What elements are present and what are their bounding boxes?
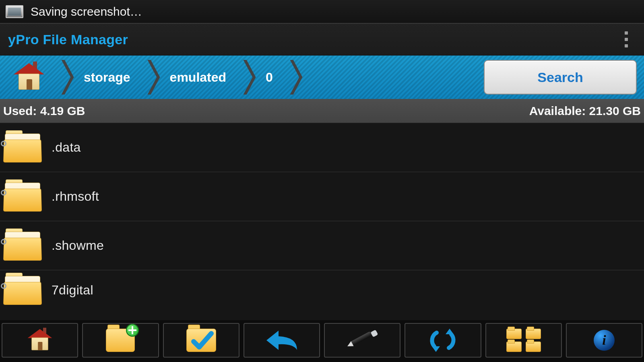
storage-used-label: Used: 4.19 GB (3, 104, 85, 118)
bottom-toolbar: i (0, 320, 644, 362)
breadcrumb-separator-icon (144, 60, 156, 95)
list-item[interactable]: 7digital (0, 270, 644, 310)
overflow-menu-icon[interactable] (617, 28, 636, 51)
breadcrumb-separator-icon (58, 60, 70, 95)
toolbar-select-button[interactable] (163, 323, 239, 358)
breadcrumb-separator-icon (287, 60, 299, 95)
breadcrumb-item-emulated[interactable]: emulated (156, 56, 240, 99)
info-icon: i (594, 330, 615, 351)
list-item[interactable]: .data (0, 123, 644, 172)
file-name: .rhmsoft (52, 189, 99, 204)
toolbar-multiselect-button[interactable] (485, 323, 562, 358)
svg-marker-1 (446, 329, 454, 334)
breadcrumb-separator-icon (240, 60, 252, 95)
storage-available-label: Available: 21.30 GB (529, 104, 641, 118)
folder-check-icon (186, 329, 216, 352)
breadcrumb-item-0[interactable]: 0 (252, 56, 287, 99)
home-icon (14, 63, 44, 91)
status-notification-text: Saving screenshot… (31, 5, 142, 19)
search-button[interactable]: Search (484, 60, 637, 95)
toolbar-home-button[interactable] (2, 323, 78, 358)
home-icon (28, 329, 52, 352)
toolbar-info-button[interactable]: i (566, 323, 642, 358)
list-item[interactable]: .showme (0, 221, 644, 270)
toolbar-refresh-button[interactable] (405, 323, 481, 358)
folder-icon (2, 274, 43, 306)
list-item[interactable]: .rhmsoft (0, 172, 644, 221)
breadcrumb-item-storage[interactable]: storage (70, 56, 144, 99)
toolbar-edit-button[interactable] (324, 323, 400, 358)
storage-info-bar: Used: 4.19 GB Available: 21.30 GB (0, 99, 644, 123)
toolbar-back-button[interactable] (244, 323, 320, 358)
folder-icon (2, 132, 43, 163)
pen-icon (348, 328, 376, 352)
new-folder-icon (106, 329, 135, 352)
search-button-label: Search (537, 70, 583, 85)
folder-icon (2, 230, 43, 261)
app-title-bar: yPro File Manager (0, 23, 644, 56)
file-name: 7digital (52, 283, 93, 298)
app-title: yPro File Manager (8, 32, 128, 47)
toolbar-new-folder-button[interactable] (82, 323, 159, 358)
svg-marker-0 (432, 346, 440, 352)
multi-folder-icon (506, 329, 541, 352)
breadcrumb-label: emulated (170, 70, 226, 85)
file-name: .data (52, 140, 81, 155)
android-status-bar: Saving screenshot… (0, 0, 644, 23)
screenshot-notification-icon (6, 5, 23, 18)
breadcrumb-bar: storage emulated 0 Search (0, 56, 644, 99)
back-arrow-icon (264, 329, 299, 352)
breadcrumb-label: 0 (266, 70, 273, 85)
file-list[interactable]: .data .rhmsoft .showme 7digital (0, 123, 644, 320)
breadcrumb-home[interactable] (0, 56, 58, 99)
folder-icon (2, 181, 43, 212)
breadcrumb-label: storage (84, 70, 130, 85)
file-name: .showme (52, 238, 104, 253)
refresh-icon (429, 328, 457, 353)
